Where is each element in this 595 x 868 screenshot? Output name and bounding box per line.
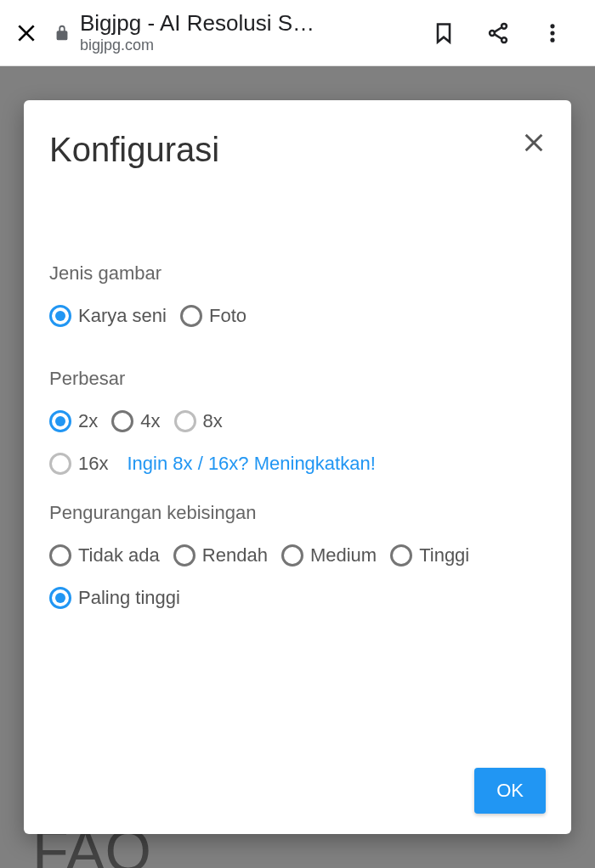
- radio-label: 2x: [78, 410, 98, 432]
- page-url: bigjpg.com: [80, 37, 408, 55]
- address-title-area[interactable]: Bigjpg - AI Resolusi S… bigjpg.com: [80, 11, 408, 54]
- noise-group-row1: Tidak ada Rendah Medium Tinggi: [49, 544, 546, 577]
- config-dialog: Konfigurasi Jenis gambar Karya seni Foto…: [24, 100, 571, 834]
- radio-icon: [180, 305, 202, 327]
- noise-group-row2: Paling tinggi: [49, 587, 546, 619]
- upgrade-link[interactable]: Ingin 8x / 16x? Meningkatkan!: [127, 453, 375, 475]
- close-tab-icon[interactable]: [15, 22, 37, 44]
- radio-2x[interactable]: 2x: [49, 410, 98, 432]
- radio-photo[interactable]: Foto: [180, 305, 246, 327]
- radio-icon: [49, 305, 71, 327]
- browser-bar: Bigjpg - AI Resolusi S… bigjpg.com: [0, 0, 595, 66]
- radio-label: 4x: [140, 410, 160, 432]
- svg-point-8: [550, 31, 554, 35]
- radio-label: 8x: [203, 410, 223, 432]
- radio-icon: [49, 453, 71, 475]
- radio-noise-low[interactable]: Rendah: [173, 544, 268, 566]
- radio-noise-high[interactable]: Tinggi: [390, 544, 469, 566]
- upscale-group-row1: 2x 4x 8x: [49, 410, 546, 442]
- radio-label: Rendah: [202, 544, 268, 566]
- radio-icon: [111, 410, 133, 432]
- radio-noise-none[interactable]: Tidak ada: [49, 544, 160, 566]
- image-type-group: Karya seni Foto: [49, 305, 546, 337]
- radio-icon: [49, 587, 71, 609]
- dialog-title: Konfigurasi: [49, 131, 219, 169]
- radio-artwork[interactable]: Karya seni: [49, 305, 167, 327]
- radio-16x[interactable]: 16x: [49, 453, 108, 475]
- section-upscale-label: Perbesar: [49, 368, 546, 390]
- radio-icon: [49, 410, 71, 432]
- radio-label: Karya seni: [78, 305, 167, 327]
- radio-icon: [174, 410, 196, 432]
- ok-button[interactable]: OK: [474, 768, 546, 814]
- upscale-group-row2: 16x Ingin 8x / 16x? Meningkatkan!: [49, 453, 546, 475]
- svg-point-9: [550, 37, 554, 42]
- lock-icon: [53, 21, 71, 45]
- radio-noise-highest[interactable]: Paling tinggi: [49, 587, 180, 609]
- radio-label: Medium: [310, 544, 377, 566]
- radio-icon: [390, 544, 412, 566]
- section-noise-label: Pengurangan kebisingan: [49, 502, 546, 524]
- radio-4x[interactable]: 4x: [111, 410, 160, 432]
- menu-dots-icon[interactable]: [541, 21, 564, 45]
- radio-label: Paling tinggi: [78, 587, 180, 609]
- svg-line-5: [494, 27, 502, 32]
- share-icon[interactable]: [486, 21, 510, 45]
- bookmark-icon[interactable]: [432, 21, 456, 45]
- radio-label: 16x: [78, 453, 108, 475]
- radio-label: Tidak ada: [78, 544, 160, 566]
- dialog-close-icon[interactable]: [522, 131, 546, 155]
- radio-icon: [281, 544, 303, 566]
- radio-noise-medium[interactable]: Medium: [281, 544, 377, 566]
- radio-icon: [173, 544, 196, 566]
- svg-point-7: [550, 24, 554, 28]
- radio-label: Tinggi: [419, 544, 469, 566]
- radio-label: Foto: [209, 305, 246, 327]
- svg-line-6: [494, 34, 502, 39]
- section-image-type-label: Jenis gambar: [49, 262, 546, 285]
- page-title: Bigjpg - AI Resolusi S…: [80, 11, 408, 37]
- radio-8x[interactable]: 8x: [174, 410, 223, 432]
- radio-icon: [49, 544, 71, 566]
